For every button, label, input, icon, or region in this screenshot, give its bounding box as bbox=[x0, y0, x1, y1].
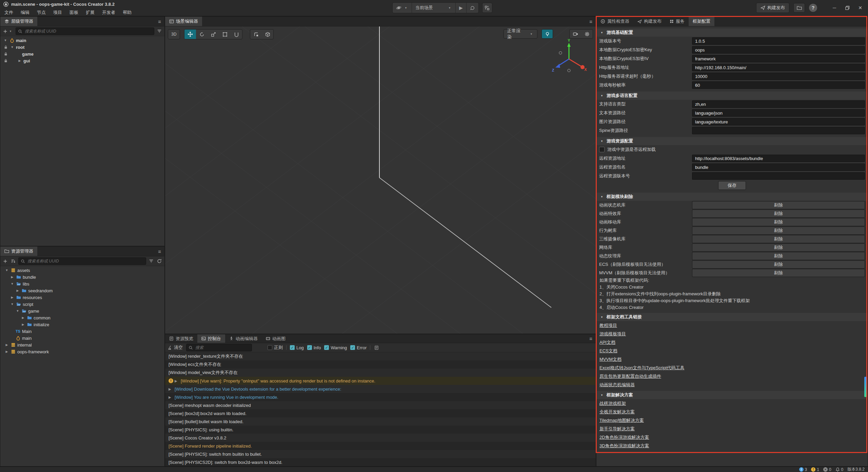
collapse-icon[interactable]: ▶ bbox=[21, 323, 25, 326]
remove-mvvm-button[interactable]: 剔除 bbox=[692, 269, 865, 277]
menu-panel[interactable]: 面板 bbox=[66, 8, 82, 17]
scene-camera-button[interactable] bbox=[570, 29, 581, 38]
collapse-icon[interactable]: ▶ bbox=[15, 289, 20, 292]
asset-node-main-ts[interactable]: TSMain bbox=[0, 328, 164, 335]
coordinate-toggle-button[interactable] bbox=[262, 29, 273, 39]
tab-console[interactable]: 控制台 bbox=[197, 334, 225, 343]
regex-checkbox[interactable]: 正则 bbox=[268, 345, 283, 351]
tab-build-publish[interactable]: 构建发布 bbox=[633, 17, 666, 26]
restart-button[interactable] bbox=[467, 3, 478, 13]
asset-node-oops-framework[interactable]: ▶oops-framework bbox=[0, 348, 164, 355]
text-res-path-input[interactable] bbox=[692, 109, 865, 117]
link-excel-tool[interactable]: Excel格式转Json文件与TypeScript代码工具 bbox=[596, 363, 868, 372]
expand-icon[interactable]: ▼ bbox=[3, 39, 8, 42]
tab-scene-editor[interactable]: 场景编辑器 bbox=[165, 17, 202, 26]
refresh-assets-button[interactable] bbox=[156, 259, 162, 263]
expand-icon[interactable]: ▼ bbox=[10, 302, 15, 306]
language-types-input[interactable] bbox=[692, 100, 865, 108]
window-restore-button[interactable] bbox=[843, 3, 852, 12]
log-row[interactable]: [Scene] [PHYSICS2D]: switch from box2d-w… bbox=[165, 458, 596, 466]
log-row[interactable]: [Scene] [PHYSICS]: switch from builtin t… bbox=[165, 450, 596, 458]
move-tool-button[interactable] bbox=[184, 29, 196, 39]
log-row[interactable]: [Scene] meshopt wasm decoder initialized bbox=[165, 401, 596, 409]
log-row[interactable]: [Window] ecs文件夹不存在 bbox=[165, 360, 596, 369]
spine-res-path-input[interactable] bbox=[692, 127, 865, 134]
filter-error-checkbox[interactable]: ✓Error bbox=[350, 345, 367, 350]
help-button[interactable]: ? bbox=[809, 4, 817, 12]
menu-project[interactable]: 项目 bbox=[50, 8, 66, 17]
log-row[interactable]: [Scene] Cocos Creator v3.8.2 bbox=[165, 434, 596, 442]
menu-help[interactable]: 帮助 bbox=[119, 8, 135, 17]
lighting-toggle-button[interactable] bbox=[542, 29, 553, 38]
expand-log-icon[interactable]: ▶ bbox=[175, 379, 179, 383]
asset-node-common[interactable]: ▶common bbox=[0, 314, 164, 321]
asset-node-main-scene[interactable]: main bbox=[0, 335, 164, 341]
remove-behavior-tree-button[interactable]: 剔除 bbox=[692, 227, 865, 235]
hierarchy-search[interactable] bbox=[16, 27, 154, 35]
status-notifications[interactable]: 0 bbox=[835, 467, 844, 472]
window-minimize-button[interactable]: ─ bbox=[830, 3, 839, 12]
sort-assets-button[interactable] bbox=[10, 259, 16, 263]
crypto-iv-input[interactable] bbox=[692, 55, 865, 62]
status-warning[interactable]: ! 1 bbox=[811, 467, 819, 472]
asset-node-seedrandom[interactable]: ▶seedrandom bbox=[0, 287, 164, 294]
save-button[interactable]: 保存 bbox=[718, 181, 746, 190]
asset-node-initialize[interactable]: ▶initialize bbox=[0, 321, 164, 328]
expand-log-icon[interactable]: ▶ bbox=[169, 387, 173, 391]
tree-node-game[interactable]: game bbox=[0, 51, 164, 57]
console-search-input[interactable] bbox=[195, 345, 250, 350]
tab-animation-graph[interactable]: 动画图 bbox=[262, 334, 290, 343]
lock-icon[interactable] bbox=[3, 52, 8, 56]
section-game-basic-config[interactable]: ▾游戏基础配置 bbox=[596, 28, 868, 37]
create-node-button[interactable]: ▾ bbox=[2, 29, 14, 34]
log-row[interactable]: [Window] render_texture文件夹不存在 bbox=[165, 352, 596, 360]
tab-services[interactable]: 服务 bbox=[666, 17, 689, 26]
collapse-icon[interactable]: ▶ bbox=[10, 296, 15, 299]
tree-node-main[interactable]: ▼ main bbox=[0, 37, 164, 44]
menu-file[interactable]: 文件 bbox=[1, 8, 17, 17]
log-row[interactable]: [Scene] [box2d]:box2d wasm lib loaded. bbox=[165, 409, 596, 417]
tab-framework-config[interactable]: 框架配置 bbox=[689, 17, 714, 26]
ui-transform-tool-button[interactable] bbox=[231, 29, 242, 39]
remote-load-checkbox[interactable] bbox=[599, 147, 605, 152]
link-wargame-framework[interactable]: 战棋游戏框架 bbox=[596, 399, 868, 408]
axis-gizmo[interactable]: Y X Z bbox=[550, 39, 588, 76]
open-project-folder-button[interactable] bbox=[793, 3, 805, 13]
remove-animator-button[interactable]: 剔除 bbox=[692, 201, 865, 209]
remote-res-bundle-input[interactable] bbox=[692, 163, 865, 171]
expand-icon[interactable]: ▼ bbox=[10, 282, 15, 286]
preview-qr-button[interactable] bbox=[482, 3, 492, 13]
pivot-toggle-button[interactable] bbox=[250, 29, 262, 39]
tree-node-gui[interactable]: ▶ gui bbox=[0, 57, 164, 64]
assets-menu-icon[interactable]: ≡ bbox=[155, 249, 164, 254]
log-row-warning[interactable]: !▶[Window] [Vue warn]: Property "onInput… bbox=[165, 377, 596, 385]
remove-network-button[interactable]: 剔除 bbox=[692, 243, 865, 252]
log-file-button[interactable] bbox=[374, 346, 379, 350]
collapse-icon[interactable]: ▶ bbox=[4, 343, 9, 347]
http-timeout-input[interactable] bbox=[692, 73, 865, 80]
remote-res-url-input[interactable] bbox=[692, 155, 865, 162]
console-log-list[interactable]: [Window] render_texture文件夹不存在 [Window] e… bbox=[165, 352, 596, 466]
link-tutorial-project[interactable]: 教程项目 bbox=[596, 321, 868, 330]
log-row[interactable]: [Scene] [PHYSICS]: using builtin. bbox=[165, 426, 596, 434]
tab-assets[interactable]: 资源管理器 bbox=[0, 247, 37, 256]
tab-animation-editor[interactable]: 动画编辑器 bbox=[225, 334, 262, 343]
expand-log-icon[interactable]: ▶ bbox=[169, 395, 173, 399]
filter-warning-checkbox[interactable]: ✓Warning bbox=[324, 345, 347, 350]
menu-edit[interactable]: 编辑 bbox=[17, 8, 33, 17]
link-ecs-doc[interactable]: ECS文档 bbox=[596, 347, 868, 355]
hierarchy-menu-icon[interactable]: ≡ bbox=[155, 19, 164, 24]
tab-hierarchy[interactable]: 层级管理器 bbox=[0, 17, 37, 26]
tab-asset-preview[interactable]: 资源预览 bbox=[165, 334, 197, 343]
game-version-input[interactable] bbox=[692, 37, 865, 45]
asset-node-internal[interactable]: ▶internal bbox=[0, 341, 164, 348]
projection-3d-button[interactable]: 3D bbox=[168, 29, 180, 39]
link-template-project[interactable]: 游戏模板项目 bbox=[596, 330, 868, 338]
render-mode-dropdown[interactable]: 正常渲染 ▾ bbox=[504, 29, 537, 39]
link-guide-solution[interactable]: 新手引导解决方案 bbox=[596, 425, 868, 433]
asset-node-assets[interactable]: ▼assets bbox=[0, 267, 164, 274]
log-row-warning[interactable]: [Scene] Forward render pipeline initiali… bbox=[165, 442, 596, 450]
tab-property-inspector[interactable]: 属性检查器 bbox=[596, 17, 633, 26]
collapse-icon[interactable]: ▶ bbox=[10, 275, 15, 279]
window-close-button[interactable]: ✕ bbox=[856, 3, 865, 12]
